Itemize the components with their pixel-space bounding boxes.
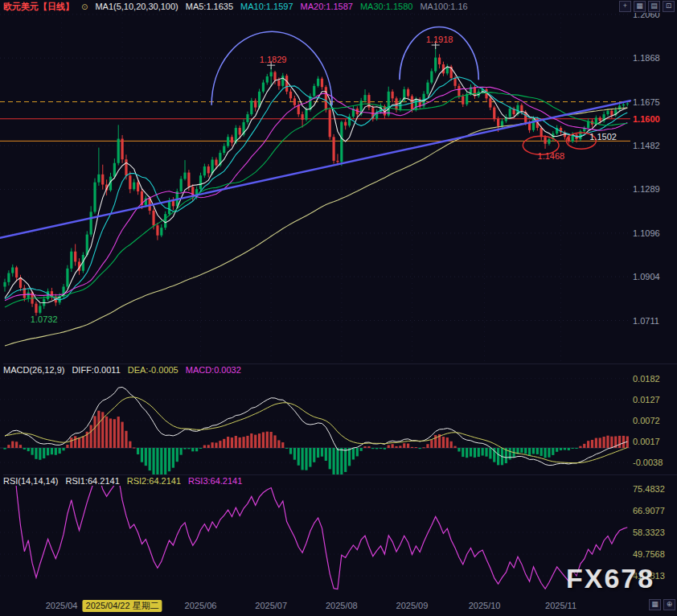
header-toolbar: +▦▤⊡	[619, 1, 677, 12]
grid-layout-icon[interactable]: ▦	[634, 1, 646, 12]
svg-text:1.0732: 1.0732	[31, 314, 58, 324]
rsi-value-label: RSI1:64.2141	[65, 476, 119, 486]
svg-text:49.7568: 49.7568	[633, 549, 665, 559]
x-axis-tick: 2025/09	[396, 601, 429, 610]
svg-text:0.0182: 0.0182	[633, 375, 660, 384]
ma-value-label: MA5:1.1635	[186, 2, 233, 11]
svg-text:1.1829: 1.1829	[260, 55, 287, 64]
macd-values: DIFF:0.0011DEA:-0.0005MACD:0.0032	[72, 365, 240, 375]
bottom-toolbar: ▦⊕	[649, 599, 675, 610]
x-axis-tick: 2025/10	[469, 601, 501, 610]
ma-value-label: MA10:1.1597	[240, 2, 293, 11]
svg-text:1.1289: 1.1289	[633, 184, 660, 194]
grid-icon[interactable]: ▦	[649, 599, 661, 610]
x-axis-tick: 2025/08	[326, 601, 358, 610]
svg-text:0.0127: 0.0127	[633, 395, 660, 405]
candlestick-chart[interactable]: 1.18291.19181.07321.14681.15021.20601.18…	[0, 13, 677, 363]
svg-text:58.3323: 58.3323	[633, 528, 665, 537]
ma-group-label: MA1(5,10,20,30,100)	[95, 2, 178, 11]
svg-text:1.1600: 1.1600	[633, 114, 660, 124]
svg-text:66.9077: 66.9077	[633, 506, 665, 515]
x-axis-tick: 2025/06	[185, 601, 217, 610]
fullscreen-icon[interactable]: ⊡	[663, 1, 675, 12]
macd-value-label: DEA:-0.0005	[128, 365, 178, 375]
svg-text:-0.0038: -0.0038	[633, 458, 663, 467]
svg-text:0.0017: 0.0017	[633, 437, 660, 446]
rsi-value-label: RSI3:64.2141	[188, 476, 242, 486]
watermark: FX678	[566, 563, 654, 594]
trading-chart-app: 欧元美元【日线】 ⊙ MA1(5,10,20,30,100) MA5:1.163…	[0, 0, 677, 616]
panels-icon[interactable]: ▤	[648, 1, 660, 12]
macd-value-label: MACD:0.0032	[186, 365, 241, 375]
rsi-title: RSI(14,14,14)	[3, 476, 58, 486]
ma-values: MA5:1.1635MA10:1.1597MA20:1.1587MA30:1.1…	[186, 2, 468, 11]
symbol-title: 欧元美元【日线】	[3, 1, 74, 13]
chart-settings-icon[interactable]: ⊙	[81, 2, 88, 11]
x-axis-tick: 2025/11	[545, 601, 576, 610]
svg-text:1.1918: 1.1918	[426, 35, 453, 44]
rsi-header: RSI(14,14,14) RSI1:64.2141RSI2:64.2141RS…	[3, 474, 677, 487]
svg-text:1.1868: 1.1868	[633, 53, 660, 63]
svg-text:0.0072: 0.0072	[633, 416, 660, 425]
ma-value-label: MA30:1.1580	[360, 2, 412, 11]
macd-header: MACD(26,12,9) DIFF:0.0011DEA:-0.0005MACD…	[3, 363, 677, 376]
x-axis-tick: 2025/07	[255, 601, 287, 610]
ma-value-label: MA100:1.16	[420, 2, 467, 11]
ma-value-label: MA20:1.1587	[301, 2, 353, 11]
macd-value-label: DIFF:0.0011	[72, 365, 120, 375]
svg-text:75.4832: 75.4832	[633, 486, 665, 494]
svg-text:1.0711: 1.0711	[633, 316, 659, 326]
svg-text:1.0904: 1.0904	[633, 272, 660, 281]
x-axis: 2025/042025/04/22 星期二2025/062025/072025/…	[0, 597, 677, 616]
svg-text:1.2060: 1.2060	[633, 13, 660, 19]
svg-text:1.1675: 1.1675	[633, 97, 660, 107]
rsi-values: RSI1:64.2141RSI2:64.2141RSI3:64.2141	[65, 476, 242, 486]
zoom-in-icon[interactable]: ⊕	[663, 599, 675, 610]
macd-title: MACD(26,12,9)	[3, 365, 64, 375]
chart-header: 欧元美元【日线】 ⊙ MA1(5,10,20,30,100) MA5:1.163…	[0, 0, 677, 13]
macd-chart[interactable]: 0.01820.01270.00720.0017-0.0038	[0, 375, 677, 474]
svg-text:1.1468: 1.1468	[538, 151, 565, 161]
x-axis-selected-date: 2025/04/22 星期二	[83, 600, 162, 612]
rsi-value-label: RSI2:64.2141	[127, 476, 181, 486]
svg-text:1.1502: 1.1502	[589, 132, 617, 142]
svg-text:1.1096: 1.1096	[633, 228, 660, 238]
svg-text:1.1482: 1.1482	[633, 141, 660, 150]
x-axis-tick: 2025/04	[46, 601, 78, 610]
crosshair-icon[interactable]: +	[619, 1, 631, 12]
